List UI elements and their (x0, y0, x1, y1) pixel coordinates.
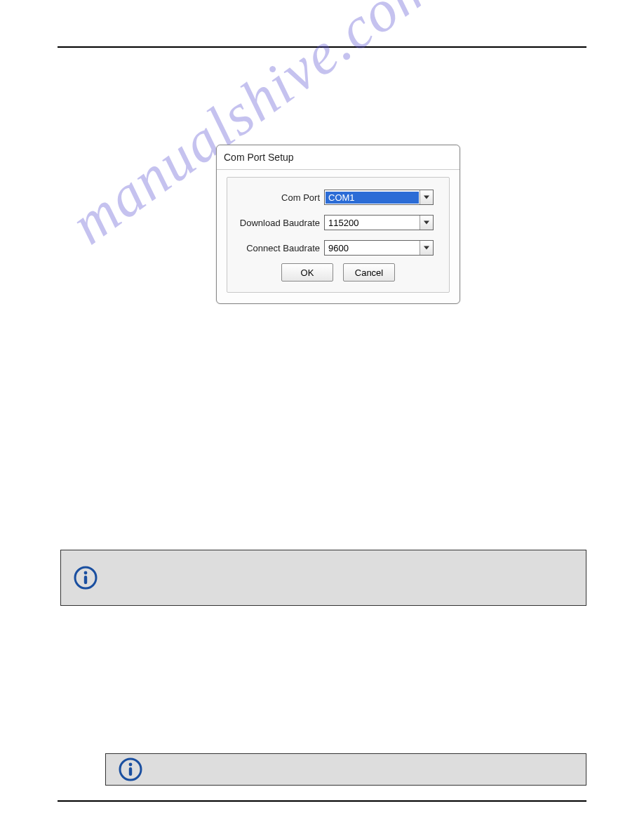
chevron-down-icon[interactable] (420, 190, 433, 204)
connect-baudrate-row: Connect Baudrate 9600 (234, 239, 442, 256)
svg-rect-5 (129, 767, 132, 776)
com-port-label: Com Port (234, 192, 324, 203)
dialog-title: Com Port Setup (224, 152, 294, 163)
info-callout-1 (60, 550, 586, 606)
ok-button[interactable]: OK (281, 263, 333, 282)
com-port-setup-dialog: Com Port Setup Com Port COM1 Download Ba… (216, 145, 460, 304)
download-baudrate-label: Download Baudrate (234, 218, 324, 228)
connect-baudrate-combo[interactable]: 9600 (324, 240, 434, 256)
horizontal-rule-bottom (58, 800, 586, 802)
download-baudrate-combo[interactable]: 115200 (324, 215, 434, 230)
cancel-button[interactable]: Cancel (343, 263, 395, 282)
download-baudrate-row: Download Baudrate 115200 (234, 214, 442, 231)
connect-baudrate-label: Connect Baudrate (234, 243, 324, 253)
svg-rect-2 (84, 576, 87, 584)
svg-point-4 (129, 763, 133, 767)
info-icon (119, 757, 142, 781)
com-port-combo[interactable]: COM1 (324, 190, 434, 205)
svg-point-1 (84, 571, 88, 575)
horizontal-rule-top (58, 46, 586, 48)
chevron-down-icon[interactable] (420, 216, 433, 230)
connect-baudrate-value: 9600 (325, 243, 420, 253)
download-baudrate-value: 115200 (325, 218, 420, 228)
com-port-value: COM1 (326, 192, 419, 204)
dialog-titlebar[interactable]: Com Port Setup (217, 145, 459, 170)
info-callout-2 (105, 753, 586, 786)
info-icon (74, 566, 98, 590)
com-port-row: Com Port COM1 (234, 189, 442, 206)
dialog-button-row: OK Cancel (227, 263, 449, 282)
chevron-down-icon[interactable] (420, 241, 433, 255)
dialog-body: Com Port COM1 Download Baudrate 115200 C… (227, 177, 450, 293)
